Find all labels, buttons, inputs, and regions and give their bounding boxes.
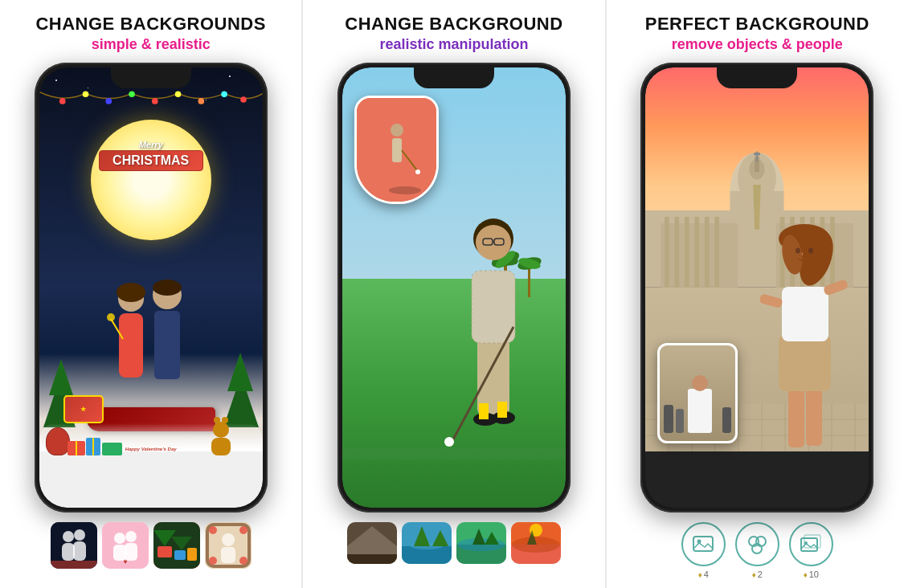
thumb-2-3[interactable] xyxy=(456,522,506,564)
svg-point-3 xyxy=(129,92,135,98)
svg-point-26 xyxy=(125,531,137,542)
svg-rect-99 xyxy=(675,217,680,288)
panel-change-backgrounds: CHANGE BACKGROUNDS simple & realistic xyxy=(0,0,302,588)
app-screenshots: CHANGE BACKGROUNDS simple & realistic xyxy=(0,0,908,588)
svg-point-134 xyxy=(808,248,813,254)
thumb-1-2[interactable]: ♥ xyxy=(102,522,149,569)
svg-rect-52 xyxy=(392,138,402,162)
svg-rect-13 xyxy=(154,311,180,379)
notch-2 xyxy=(414,67,494,88)
svg-rect-32 xyxy=(187,548,197,561)
svg-point-8 xyxy=(240,96,247,103)
thumb-1-1[interactable] xyxy=(51,522,97,569)
panel-3-subtitle: remove objects & people xyxy=(672,36,843,53)
svg-rect-21 xyxy=(73,541,86,561)
thumb-2-4[interactable] xyxy=(511,522,561,564)
svg-rect-124 xyxy=(806,383,822,446)
svg-rect-128 xyxy=(759,293,783,308)
notch-3 xyxy=(717,67,797,88)
panel-change-background-golf: CHANGE BACKGROUND realistic manipulation xyxy=(302,0,605,588)
panel-2-title: CHANGE BACKGROUND xyxy=(345,14,562,34)
svg-point-14 xyxy=(153,280,182,296)
panel-perfect-background: PERFECT BACKGROUND remove objects & peop… xyxy=(606,0,908,588)
panel-2-subtitle: realistic manipulation xyxy=(379,36,528,53)
feature-item-3: ♦ 10 xyxy=(789,522,833,579)
svg-point-2 xyxy=(105,98,112,104)
svg-rect-19 xyxy=(62,543,75,561)
svg-rect-38 xyxy=(221,547,235,563)
svg-point-4 xyxy=(152,98,158,104)
phone-screen-2 xyxy=(342,67,566,508)
svg-rect-103 xyxy=(715,217,720,288)
feature-circle-3 xyxy=(789,522,833,566)
svg-rect-102 xyxy=(705,217,710,288)
thumb-1-3[interactable] xyxy=(153,522,200,569)
svg-text:♥: ♥ xyxy=(123,558,127,566)
svg-point-24 xyxy=(114,533,125,544)
phone-mockup-3 xyxy=(640,63,873,512)
circles-icon xyxy=(745,533,769,557)
notch-1 xyxy=(111,67,191,88)
thumbnails-row-1: ♥ xyxy=(51,522,252,569)
svg-rect-61 xyxy=(472,271,515,343)
svg-point-0 xyxy=(59,98,66,104)
thumbnails-row-2 xyxy=(347,522,561,564)
svg-rect-127 xyxy=(823,279,849,296)
svg-rect-125 xyxy=(779,335,831,391)
svg-rect-30 xyxy=(157,546,172,557)
feature-count-1: ♦ ♦ 4 4 xyxy=(698,570,709,579)
panel-3-title: PERFECT BACKGROUND xyxy=(645,14,869,34)
panel-1-subtitle: simple & realistic xyxy=(92,36,211,53)
svg-rect-31 xyxy=(174,550,186,560)
svg-point-5 xyxy=(174,92,181,98)
svg-point-11 xyxy=(117,283,145,302)
svg-rect-59 xyxy=(479,403,489,419)
feature-icons-row: ♦ ♦ 4 4 ♦ 2 xyxy=(681,522,833,579)
svg-rect-60 xyxy=(497,402,507,418)
svg-point-16 xyxy=(107,313,115,321)
thumb-2-2[interactable] xyxy=(402,522,452,564)
feature-count-3: ♦ 10 xyxy=(804,570,819,579)
svg-rect-100 xyxy=(685,217,689,288)
svg-point-18 xyxy=(63,531,74,542)
svg-rect-126 xyxy=(782,287,828,341)
svg-point-64 xyxy=(476,225,511,260)
svg-point-54 xyxy=(415,169,420,174)
svg-rect-98 xyxy=(665,217,669,288)
svg-rect-96 xyxy=(661,223,738,288)
feature-circle-1 xyxy=(681,522,726,566)
feature-item-2: ♦ 2 xyxy=(735,522,779,579)
image-icon xyxy=(691,533,715,557)
gallery-icon xyxy=(799,533,823,557)
phone-mockup-1: Merry CHRISTMAS xyxy=(35,63,268,512)
svg-rect-22 xyxy=(51,561,97,569)
svg-point-20 xyxy=(74,529,85,541)
phone-screen-1: Merry CHRISTMAS xyxy=(39,67,263,508)
thumb-2-1[interactable] xyxy=(347,522,397,564)
svg-point-6 xyxy=(198,98,204,104)
feature-circle-2 xyxy=(735,522,779,566)
svg-point-41 xyxy=(209,557,217,565)
svg-rect-101 xyxy=(695,217,700,288)
svg-point-40 xyxy=(239,526,247,534)
feature-item-1: ♦ ♦ 4 4 xyxy=(681,522,726,579)
svg-point-42 xyxy=(239,557,247,565)
svg-point-1 xyxy=(82,92,88,98)
feature-count-2: ♦ 2 xyxy=(752,570,763,579)
svg-rect-135 xyxy=(693,537,713,551)
svg-rect-10 xyxy=(119,313,143,378)
svg-point-39 xyxy=(209,526,217,534)
phone-screen-3 xyxy=(645,67,869,508)
thumb-1-4[interactable] xyxy=(205,522,252,569)
svg-rect-123 xyxy=(788,383,804,447)
svg-point-51 xyxy=(391,124,403,137)
svg-point-133 xyxy=(796,248,800,254)
svg-rect-29 xyxy=(153,522,200,569)
svg-point-69 xyxy=(444,437,454,447)
svg-point-55 xyxy=(389,186,421,194)
svg-point-7 xyxy=(221,92,227,98)
svg-rect-72 xyxy=(347,554,397,564)
phone-mockup-2 xyxy=(337,63,571,512)
svg-point-37 xyxy=(222,533,235,546)
panel-1-title: CHANGE BACKGROUNDS xyxy=(35,14,265,34)
